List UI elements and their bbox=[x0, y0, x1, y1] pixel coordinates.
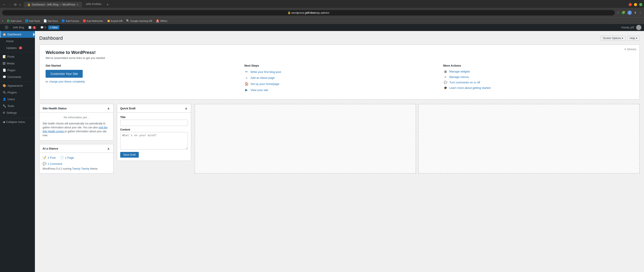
draft-content-input[interactable] bbox=[120, 132, 188, 150]
tab-close-icon[interactable]: ✕ bbox=[76, 3, 78, 6]
back-button[interactable]: ← bbox=[2, 2, 7, 7]
bookmark-offsec-label: OffSec bbox=[160, 20, 168, 22]
admin-bar-right: Howdy, jeff bbox=[621, 25, 642, 30]
bookmark-exploit-db[interactable]: 💥 Exploit-DB bbox=[105, 19, 124, 23]
bookmark-star-icon[interactable]: ☆ bbox=[616, 11, 619, 15]
quick-draft-body: Title Content Save Draft bbox=[117, 113, 191, 161]
glance-pages-icon: 📄 bbox=[60, 156, 64, 159]
at-a-glance-toggle-button[interactable]: ▲ bbox=[107, 146, 110, 150]
help-button[interactable]: Help ▾ bbox=[627, 36, 640, 41]
screen-options-chevron-icon: ▾ bbox=[622, 37, 623, 40]
add-about-link[interactable]: Add an About page bbox=[250, 76, 275, 80]
sidebar-item-tools[interactable]: 🔧 Tools bbox=[0, 103, 35, 109]
profile-icon[interactable]: J bbox=[628, 11, 632, 15]
save-draft-label: Save Draft bbox=[123, 153, 136, 156]
new-tab-button[interactable]: + bbox=[105, 2, 110, 8]
bookmark-google-hacking[interactable]: 🔍 Google Hacking DB bbox=[125, 19, 154, 23]
address-bold: jeff.thm bbox=[305, 11, 316, 15]
toggle-comments-link[interactable]: Turn comments on or off bbox=[450, 81, 480, 84]
bookmark-kali-docs[interactable]: 📄 Kali Docs bbox=[42, 19, 60, 23]
view-site-link[interactable]: View your site bbox=[250, 88, 268, 92]
dashboard-icon: 🏠 bbox=[2, 33, 6, 36]
bookmarks-bar: 🐉 Kali Linux 🌐 Kali Tools 📄 Kali Docs 🔵 … bbox=[0, 18, 644, 24]
dismiss-button[interactable]: ✕ Dismiss bbox=[624, 48, 636, 51]
sidebar-item-appearance[interactable]: 🎨 Appearance bbox=[0, 82, 35, 89]
sidebar-users-label: Users bbox=[8, 98, 15, 101]
change-theme-link[interactable]: change your theme completely bbox=[49, 80, 85, 83]
learn-link[interactable]: Learn more about getting started bbox=[450, 86, 491, 90]
bookmark-offsec[interactable]: 🚨 OffSec bbox=[154, 19, 169, 23]
updates-item[interactable]: 🔄 1 bbox=[26, 26, 38, 29]
site-health-desc: Site health checks will automatically ru… bbox=[42, 122, 110, 137]
quick-draft-toggle-button[interactable]: ▲ bbox=[184, 106, 188, 110]
site-health-toggle-button[interactable]: ▲ bbox=[107, 106, 110, 110]
setup-homepage-link[interactable]: Set up your homepage bbox=[250, 82, 279, 86]
more-actions-col: More Actions ▦ Manage widgets ≡ Manage m… bbox=[443, 64, 633, 94]
get-started-col: Get Started Customize Your Site or, chan… bbox=[46, 64, 236, 94]
sidebar-item-settings[interactable]: ⚙ Settings bbox=[0, 109, 35, 116]
media-icon: 🖼 bbox=[2, 62, 6, 65]
manage-widgets-link[interactable]: Manage widgets bbox=[450, 70, 470, 73]
welcome-title: Welcome to WordPress! bbox=[46, 50, 633, 55]
sidebar-item-users[interactable]: 👤 Users bbox=[0, 96, 35, 103]
sidebar-item-home[interactable]: Home bbox=[0, 38, 35, 45]
sidebar-item-posts[interactable]: 📝 Posts bbox=[0, 53, 35, 60]
extensions-icon[interactable]: 🧩 bbox=[622, 11, 625, 15]
home-button[interactable]: ⌂ bbox=[18, 2, 22, 7]
sidebar-item-media[interactable]: 🖼 Media bbox=[0, 60, 35, 67]
bookmark-kali-tools[interactable]: 🌐 Kali Tools bbox=[24, 19, 41, 23]
glance-pages-link[interactable]: 1 Page bbox=[65, 156, 74, 159]
welcome-columns: Get Started Customize Your Site or, chan… bbox=[46, 64, 633, 94]
draft-title-input[interactable] bbox=[120, 120, 188, 126]
at-a-glance-header: At a Glance ▲ bbox=[40, 144, 113, 153]
address-text[interactable]: wordpress.jeff.thm/wp-admin/ bbox=[291, 11, 329, 15]
bookmark-kali-linux-icon: 🐉 bbox=[6, 19, 10, 23]
site-name-item[interactable]: Jeffs Blog bbox=[10, 26, 26, 29]
glance-posts-count: 1 Post bbox=[48, 156, 56, 159]
page-title: Dashboard bbox=[39, 35, 63, 41]
collapse-menu-button[interactable]: ◀ Collapse menu bbox=[0, 118, 35, 126]
new-item[interactable]: + New bbox=[48, 26, 59, 30]
learn-icon: 🎓 bbox=[443, 86, 448, 90]
or-text: or, bbox=[46, 80, 49, 83]
sidebar-item-pages[interactable]: 📄 Pages bbox=[0, 67, 35, 74]
bookmark-kali-forums-label: Kali Forums bbox=[66, 20, 79, 22]
glance-stats: 📝 1 Post 📄 1 Page bbox=[42, 156, 110, 159]
reload-button[interactable]: ⟳ bbox=[13, 2, 18, 7]
sidebar-item-comments[interactable]: 💬 Comments bbox=[0, 74, 35, 80]
list-item: 🏠 Set up your homepage bbox=[244, 82, 434, 86]
sidebar-settings-label: Settings bbox=[6, 111, 17, 114]
manage-widgets-label: Manage widgets bbox=[450, 70, 470, 73]
welcome-panel: ✕ Dismiss Welcome to WordPress! We've as… bbox=[39, 45, 640, 100]
inactive-tab[interactable]: Jeffs Portfolio bbox=[82, 2, 105, 8]
glance-comment-link[interactable]: 1 Comment bbox=[48, 162, 62, 165]
more-actions-list: ▦ Manage widgets ≡ Manage menus bbox=[443, 70, 633, 90]
comments-item[interactable]: 💬 0 bbox=[38, 26, 48, 29]
glance-posts-icon: 📝 bbox=[42, 156, 46, 159]
wp-logo-item[interactable]: ⓪ bbox=[2, 25, 10, 30]
inactive-tab-label: Jeffs Portfolio bbox=[86, 3, 101, 6]
customize-site-button[interactable]: Customize Your Site bbox=[46, 70, 83, 78]
bookmark-kali-nethunter[interactable]: 🔴 Kali NetHunter bbox=[81, 19, 104, 23]
menu-icon[interactable]: ⋮ bbox=[639, 11, 642, 15]
sidebar-appearance-label: Appearance bbox=[8, 84, 23, 87]
bookmark-kali-forums[interactable]: 🔵 Kali Forums bbox=[60, 19, 80, 23]
bookmark-kali-linux-label: Kali Linux bbox=[11, 20, 22, 22]
comments-icon: 💬 bbox=[40, 26, 44, 29]
sidebar-item-dashboard[interactable]: 🏠 Dashboard bbox=[0, 31, 35, 38]
write-post-link[interactable]: Write your first blog post bbox=[250, 70, 281, 74]
sidebar-item-updates[interactable]: Updates 1 bbox=[0, 45, 35, 51]
forward-button[interactable]: → bbox=[8, 2, 13, 7]
sidebar-item-plugins[interactable]: 🔌 Plugins bbox=[0, 89, 35, 96]
screen-options-button[interactable]: Screen Options ▾ bbox=[600, 36, 626, 41]
bookmark-kali-linux[interactable]: 🐉 Kali Linux bbox=[5, 19, 23, 23]
active-tab[interactable]: 🔒 Dashboard ‹ Jeffs Blog — WordPress ✕ bbox=[24, 2, 82, 8]
manage-menus-link[interactable]: Manage menus bbox=[450, 75, 469, 79]
bookmark-kali-docs-label: Kali Docs bbox=[48, 20, 58, 22]
glance-posts-link[interactable]: 1 Post bbox=[48, 156, 56, 159]
download-icon[interactable]: ⬇ bbox=[634, 11, 636, 15]
save-draft-button[interactable]: Save Draft bbox=[120, 152, 139, 158]
tab-favicon: 🔒 bbox=[27, 3, 30, 6]
sidebar-tools-label: Tools bbox=[8, 104, 14, 108]
twenty-twenty-link[interactable]: Twenty Twenty bbox=[72, 167, 90, 170]
